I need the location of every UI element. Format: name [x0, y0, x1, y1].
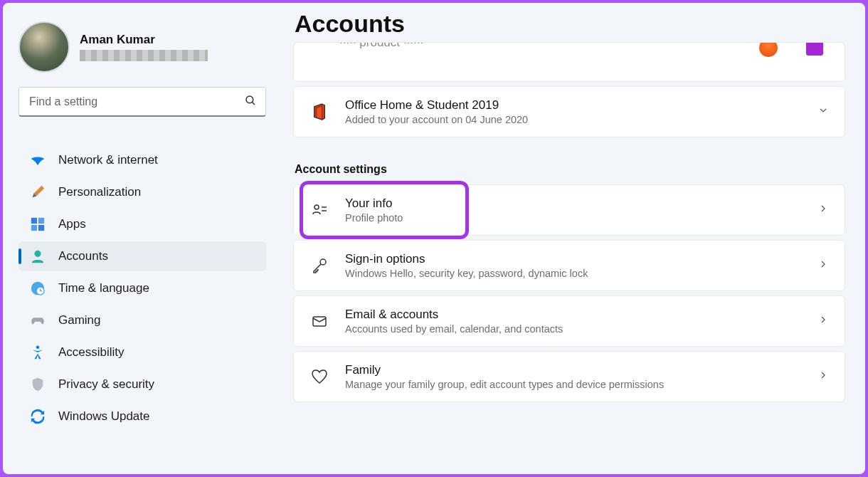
- svg-rect-2: [31, 218, 37, 224]
- svg-point-11: [36, 345, 40, 349]
- svg-point-15: [320, 259, 326, 265]
- truncated-text: ····· product ······: [339, 42, 423, 50]
- clock-globe-icon: [30, 281, 46, 296]
- sidebar-item-update[interactable]: Windows Update: [18, 402, 266, 431]
- svg-point-6: [34, 251, 41, 257]
- chevron-right-icon: [817, 369, 829, 384]
- card-subtitle: Manage your family group, edit account t…: [345, 379, 802, 390]
- section-label: Account settings: [295, 163, 845, 176]
- sidebar-item-accounts[interactable]: Accounts: [18, 241, 266, 271]
- card-title: Sign-in options: [345, 252, 802, 266]
- card-body: Sign-in options Windows Hello, security …: [345, 252, 802, 279]
- chevron-down-icon: [817, 105, 829, 119]
- card-title: Office Home & Student 2019: [345, 98, 802, 112]
- office-icon: [309, 102, 329, 122]
- card-subtitle: Accounts used by email, calendar, and co…: [345, 323, 802, 335]
- nav-label: Time & language: [58, 281, 149, 295]
- user-block[interactable]: Aman Kumar: [18, 21, 266, 73]
- svg-rect-4: [31, 225, 37, 231]
- nav-label: Windows Update: [58, 409, 150, 424]
- app-badge-icon: [759, 42, 778, 57]
- card-body: Family Manage your family group, edit ac…: [345, 363, 802, 390]
- paintbrush-icon: [30, 184, 46, 200]
- nav-label: Network & internet: [58, 153, 158, 167]
- sidebar-item-gaming[interactable]: Gaming: [18, 305, 266, 335]
- card-your-info[interactable]: Your info Profile photo: [293, 184, 845, 236]
- sidebar-item-accessibility[interactable]: Accessibility: [18, 337, 266, 367]
- card-office[interactable]: Office Home & Student 2019 Added to your…: [293, 86, 845, 137]
- family-heart-icon: [309, 367, 329, 387]
- nav-label: Personalization: [58, 185, 141, 199]
- svg-rect-3: [38, 218, 44, 224]
- card-email-accounts[interactable]: Email & accounts Accounts used by email,…: [293, 295, 845, 347]
- mail-icon: [309, 311, 329, 331]
- nav-label: Privacy & security: [58, 377, 154, 392]
- user-text: Aman Kumar: [80, 33, 208, 61]
- sidebar-item-time[interactable]: Time & language: [18, 273, 266, 303]
- chevron-right-icon: [817, 258, 829, 273]
- gamepad-icon: [30, 313, 46, 328]
- nav-label: Accounts: [58, 249, 108, 263]
- search-icon: [244, 94, 257, 110]
- nav-label: Gaming: [58, 313, 101, 327]
- key-icon: [309, 256, 329, 276]
- card-title: Your info: [345, 196, 802, 211]
- svg-point-0: [246, 96, 253, 103]
- card-title: Family: [345, 363, 802, 377]
- nav-label: Accessibility: [58, 345, 125, 360]
- user-name: Aman Kumar: [80, 33, 208, 47]
- card-body: Office Home & Student 2019 Added to your…: [345, 98, 802, 125]
- person-icon: [30, 248, 46, 264]
- sidebar: Aman Kumar Network & internet Persona: [3, 3, 280, 474]
- apps-icon: [30, 216, 46, 232]
- user-email-redacted: [80, 50, 208, 61]
- avatar: [18, 21, 70, 73]
- search-box[interactable]: [18, 87, 266, 117]
- badge-row: [759, 42, 823, 57]
- profile-card-icon: [309, 200, 329, 220]
- sidebar-item-privacy[interactable]: Privacy & security: [18, 369, 266, 399]
- app-badge-icon: [806, 42, 823, 56]
- svg-point-12: [314, 205, 319, 209]
- sidebar-item-apps[interactable]: Apps: [18, 209, 266, 239]
- card-product-truncated[interactable]: ····· product ······: [293, 42, 845, 82]
- sidebar-item-network[interactable]: Network & internet: [18, 145, 266, 175]
- card-subtitle: Profile photo: [345, 212, 802, 224]
- chevron-right-icon: [817, 203, 829, 217]
- sidebar-item-personalization[interactable]: Personalization: [18, 177, 266, 207]
- accessibility-icon: [30, 345, 46, 360]
- nav: Network & internet Personalization Apps …: [18, 145, 266, 431]
- svg-rect-5: [38, 225, 44, 231]
- card-title: Email & accounts: [345, 308, 802, 322]
- chevron-right-icon: [817, 314, 829, 328]
- sync-icon: [30, 409, 46, 424]
- wifi-icon: [30, 152, 46, 168]
- card-subtitle: Windows Hello, security key, password, d…: [345, 268, 802, 279]
- page-title: Accounts: [295, 10, 845, 38]
- settings-window: Aman Kumar Network & internet Persona: [3, 3, 865, 474]
- card-body: Your info Profile photo: [345, 196, 802, 224]
- nav-label: Apps: [58, 217, 86, 231]
- card-family[interactable]: Family Manage your family group, edit ac…: [293, 351, 845, 402]
- svg-line-1: [253, 102, 255, 104]
- main-panel: Accounts ····· product ······ Office Hom…: [280, 3, 865, 474]
- card-subtitle: Added to your account on 04 June 2020: [345, 114, 802, 125]
- card-sign-in-options[interactable]: Sign-in options Windows Hello, security …: [293, 240, 845, 291]
- card-body: Email & accounts Accounts used by email,…: [345, 308, 802, 335]
- shield-icon: [30, 377, 46, 392]
- search-input[interactable]: [29, 95, 244, 108]
